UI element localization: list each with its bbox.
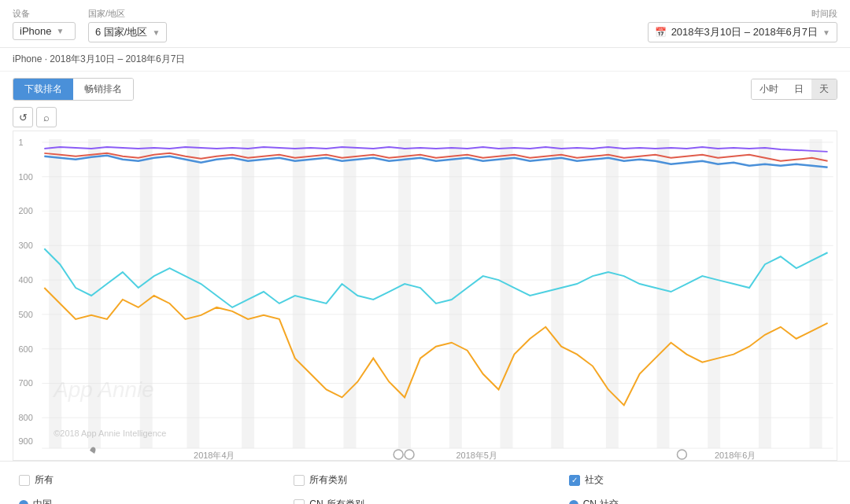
device-select[interactable]: iPhone ▼ bbox=[13, 22, 76, 40]
zoom-button[interactable]: ⌕ bbox=[36, 107, 57, 127]
svg-text:700: 700 bbox=[18, 378, 32, 388]
time-label: 时间段 bbox=[811, 8, 837, 20]
legend-dot-cn-social bbox=[569, 500, 578, 505]
chart-svg: 1 100 200 300 400 500 600 700 800 900 bbox=[13, 131, 837, 460]
legend-dot-china bbox=[19, 500, 28, 505]
chart-container: 1 100 200 300 400 500 600 700 800 900 bbox=[13, 131, 837, 461]
svg-point-41 bbox=[394, 450, 403, 459]
legend-cn-social[interactable]: CN-社交 bbox=[563, 494, 837, 504]
svg-text:400: 400 bbox=[18, 275, 32, 285]
svg-point-42 bbox=[405, 450, 414, 459]
region-label: 国家/地区 bbox=[88, 8, 167, 20]
svg-text:500: 500 bbox=[18, 310, 32, 319]
time-arrow-icon: ▼ bbox=[822, 28, 830, 37]
svg-rect-25 bbox=[293, 139, 305, 448]
svg-point-43 bbox=[677, 450, 686, 459]
svg-text:2018年5月: 2018年5月 bbox=[456, 451, 497, 460]
legend-social[interactable]: 社交 bbox=[563, 469, 837, 491]
legend-label-cn-all: CN-所有类别 bbox=[309, 498, 364, 504]
time-hour[interactable]: 小时 bbox=[752, 79, 786, 99]
svg-text:100: 100 bbox=[18, 172, 32, 182]
legend-all[interactable]: 所有 bbox=[13, 469, 287, 491]
reset-button[interactable]: ↺ bbox=[13, 107, 33, 127]
chart-controls: ↺ ⌕ bbox=[0, 107, 850, 131]
region-value: 6 国家/地区 bbox=[95, 25, 147, 39]
region-filter-group: 国家/地区 6 国家/地区 ▼ bbox=[88, 8, 167, 42]
legend-grid: 所有 所有类别 社交 中国 CN-所有类别 CN-社交 加拿大 bbox=[13, 469, 837, 504]
legend-label-china: 中国 bbox=[33, 498, 52, 504]
legend-label-cn-social: CN-社交 bbox=[583, 498, 619, 504]
svg-text:1: 1 bbox=[18, 138, 23, 147]
svg-text:600: 600 bbox=[18, 344, 32, 354]
device-arrow-icon: ▼ bbox=[56, 27, 64, 35]
legend-checkbox-all-cat bbox=[294, 475, 305, 486]
svg-rect-31 bbox=[606, 139, 619, 448]
svg-text:©2018 App Annie Intelligence: ©2018 App Annie Intelligence bbox=[54, 429, 166, 438]
svg-rect-24 bbox=[242, 139, 254, 448]
legend-label-all-cat: 所有类别 bbox=[309, 473, 347, 487]
subtitle: iPhone · 2018年3月10日 – 2018年6月7日 bbox=[0, 48, 850, 72]
svg-rect-23 bbox=[187, 139, 199, 448]
svg-rect-29 bbox=[501, 139, 513, 448]
top-right-filters: 时间段 📅 2018年3月10日 – 2018年6月7日 ▼ bbox=[648, 8, 837, 42]
time-day[interactable]: 天 bbox=[811, 79, 837, 99]
time-day-num[interactable]: 日 bbox=[786, 79, 811, 99]
region-select[interactable]: 6 国家/地区 ▼ bbox=[88, 22, 167, 42]
calendar-icon: 📅 bbox=[655, 27, 667, 38]
device-label: 设备 bbox=[13, 8, 76, 20]
svg-rect-30 bbox=[551, 139, 564, 448]
svg-text:300: 300 bbox=[18, 241, 32, 250]
svg-text:200: 200 bbox=[18, 206, 32, 215]
legend-label-all: 所有 bbox=[35, 473, 54, 487]
svg-rect-34 bbox=[759, 139, 771, 448]
device-value: iPhone bbox=[20, 25, 51, 37]
legend-all-cat[interactable]: 所有类别 bbox=[287, 469, 562, 491]
svg-rect-32 bbox=[657, 139, 670, 448]
svg-text:2018年6月: 2018年6月 bbox=[715, 451, 756, 460]
time-select[interactable]: 📅 2018年3月10日 – 2018年6月7日 ▼ bbox=[648, 22, 837, 42]
chart-toolbar: 下载排名 畅销排名 小时 日 天 bbox=[0, 72, 850, 107]
top-bar: 设备 iPhone ▼ 国家/地区 6 国家/地区 ▼ 时间段 📅 2018年3… bbox=[0, 0, 850, 48]
time-buttons: 小时 日 天 bbox=[751, 79, 837, 100]
svg-rect-33 bbox=[708, 139, 720, 448]
legend-section: 所有 所有类别 社交 中国 CN-所有类别 CN-社交 加拿大 bbox=[0, 461, 850, 504]
svg-rect-35 bbox=[810, 139, 822, 448]
svg-text:900: 900 bbox=[18, 436, 32, 446]
chart-tabs: 下载排名 畅销排名 bbox=[13, 78, 134, 101]
svg-rect-27 bbox=[398, 139, 411, 448]
device-filter-group: 设备 iPhone ▼ bbox=[13, 8, 76, 40]
tab-download[interactable]: 下载排名 bbox=[13, 79, 73, 100]
tab-revenue[interactable]: 畅销排名 bbox=[73, 79, 133, 100]
legend-checkbox-cn-all bbox=[294, 499, 305, 505]
legend-label-social: 社交 bbox=[585, 473, 604, 487]
top-left-filters: 设备 iPhone ▼ 国家/地区 6 国家/地区 ▼ bbox=[13, 8, 167, 42]
svg-text:800: 800 bbox=[18, 413, 32, 422]
legend-checkbox-all bbox=[19, 475, 30, 486]
svg-text:2018年4月: 2018年4月 bbox=[194, 451, 235, 460]
legend-checkbox-social bbox=[569, 475, 580, 486]
legend-cn-all[interactable]: CN-所有类别 bbox=[287, 494, 562, 504]
svg-text:App Annie: App Annie bbox=[52, 377, 154, 402]
legend-china[interactable]: 中国 bbox=[13, 494, 287, 504]
region-arrow-icon: ▼ bbox=[152, 28, 160, 37]
time-value: 2018年3月10日 – 2018年6月7日 bbox=[671, 25, 818, 39]
